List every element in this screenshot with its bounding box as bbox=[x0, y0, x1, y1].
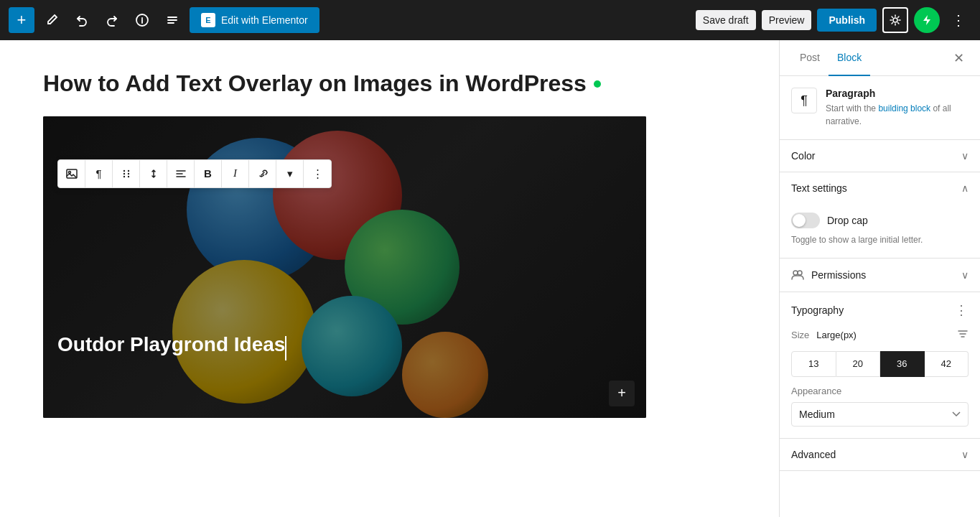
more-options-button[interactable]: ⋮ bbox=[946, 7, 971, 33]
overlay-text[interactable]: Outdor Playgrond Ideas bbox=[57, 333, 285, 355]
block-toolbar: ¶ bbox=[57, 159, 332, 188]
color-section-header[interactable]: Color ∨ bbox=[780, 140, 980, 172]
italic-button[interactable]: I bbox=[222, 160, 249, 187]
toggle-knob bbox=[793, 214, 806, 227]
color-section-label: Color bbox=[791, 150, 815, 162]
typography-options-icon[interactable]: ⋮ bbox=[955, 302, 969, 318]
redo-icon bbox=[106, 14, 118, 27]
drag-handle[interactable] bbox=[113, 160, 140, 187]
align-button[interactable] bbox=[167, 160, 195, 187]
elementor-logo: E bbox=[201, 13, 215, 27]
text-settings-content: Drop cap Toggle to show a large initial … bbox=[780, 204, 980, 258]
drop-cap-row: Drop cap bbox=[791, 213, 969, 228]
publish-button[interactable]: Publish bbox=[817, 9, 877, 32]
permissions-row: Permissions bbox=[791, 269, 866, 281]
size-label: Size bbox=[791, 330, 809, 340]
appearance-select[interactable]: Medium Default Thin Light Bold bbox=[791, 402, 969, 427]
bold-button[interactable]: B bbox=[195, 160, 222, 187]
block-name: Paragraph bbox=[826, 88, 969, 99]
text-settings-section: Text settings ∧ Drop cap Toggle to show … bbox=[780, 172, 980, 258]
toolbar-left: + bbox=[9, 7, 319, 33]
top-toolbar: + bbox=[0, 0, 980, 40]
size-options: 13 20 36 42 bbox=[780, 351, 980, 386]
advanced-header[interactable]: Advanced ∨ bbox=[780, 439, 980, 470]
svg-point-5 bbox=[127, 169, 129, 171]
redo-button[interactable] bbox=[99, 7, 125, 33]
align-icon bbox=[175, 168, 187, 180]
text-settings-header[interactable]: Text settings ∧ bbox=[780, 172, 980, 204]
undo-button[interactable] bbox=[69, 7, 95, 33]
appearance-label: Appearance bbox=[791, 386, 969, 396]
color-section: Color ∨ bbox=[780, 140, 980, 172]
drop-cap-hint: Toggle to show a large initial letter. bbox=[791, 234, 969, 246]
move-arrows[interactable] bbox=[140, 160, 167, 187]
add-block-button[interactable]: + bbox=[9, 7, 34, 33]
lightning-icon bbox=[921, 14, 933, 26]
arrows-icon bbox=[149, 169, 159, 179]
more-block-options[interactable]: ⋮ bbox=[304, 160, 331, 187]
image-type-button[interactable] bbox=[58, 160, 85, 187]
tab-post[interactable]: Post bbox=[791, 40, 829, 76]
link-button[interactable] bbox=[249, 160, 276, 187]
list-icon bbox=[166, 14, 179, 27]
tools-icon-button[interactable] bbox=[39, 7, 65, 33]
svg-point-1 bbox=[893, 18, 897, 22]
info-button[interactable] bbox=[129, 7, 155, 33]
permissions-chevron-icon: ∨ bbox=[961, 269, 969, 281]
advanced-chevron-icon: ∨ bbox=[961, 449, 969, 460]
block-info-text: Paragraph Start with the building block … bbox=[826, 88, 969, 128]
block-info: ¶ Paragraph Start with the building bloc… bbox=[780, 76, 980, 140]
size-option-42[interactable]: 42 bbox=[925, 351, 969, 377]
advanced-label: Advanced bbox=[791, 449, 836, 460]
svg-point-7 bbox=[127, 172, 129, 174]
status-dot bbox=[594, 80, 601, 88]
paragraph-button[interactable]: ¶ bbox=[85, 160, 113, 187]
typography-header[interactable]: Typography ⋮ bbox=[780, 292, 980, 328]
size-option-20[interactable]: 20 bbox=[836, 351, 881, 377]
edit-elementor-button[interactable]: E Edit with Elementor bbox=[190, 7, 319, 33]
pen-icon bbox=[45, 14, 58, 27]
editor-area: How to Add Text Overlay on Images in Wor… bbox=[0, 40, 779, 517]
performance-button[interactable] bbox=[914, 7, 940, 33]
typography-section: Typography ⋮ Size Large(px) 13 20 36 42 … bbox=[780, 292, 980, 439]
preview-label: Preview bbox=[769, 14, 805, 26]
edit-elementor-label: Edit with Elementor bbox=[221, 14, 308, 26]
advanced-section: Advanced ∨ bbox=[780, 439, 980, 471]
drag-icon bbox=[121, 169, 131, 179]
text-cursor bbox=[285, 336, 286, 360]
size-filter-icon[interactable] bbox=[957, 328, 969, 343]
dropdown-button[interactable]: ▾ bbox=[276, 160, 304, 187]
save-draft-button[interactable]: Save draft bbox=[696, 10, 756, 30]
tab-block[interactable]: Block bbox=[829, 40, 870, 76]
toolbar-right: Save draft Preview Publish ⋮ bbox=[696, 7, 971, 33]
post-title: How to Add Text Overlay on Images in Wor… bbox=[43, 69, 736, 99]
text-settings-label: Text settings bbox=[791, 182, 847, 194]
ellipsis-icon: ⋮ bbox=[951, 11, 966, 29]
plus-icon: + bbox=[17, 11, 27, 29]
typography-label: Typography bbox=[791, 304, 844, 316]
size-unit-label: Large(px) bbox=[816, 330, 857, 340]
size-option-13[interactable]: 13 bbox=[791, 351, 836, 377]
panel-tabs: Post Block ✕ bbox=[780, 40, 980, 76]
add-block-bottom-button[interactable]: + bbox=[609, 381, 635, 406]
permissions-label: Permissions bbox=[811, 269, 866, 281]
image-block[interactable]: ¶ bbox=[43, 116, 646, 418]
image-icon bbox=[66, 168, 78, 180]
list-view-button[interactable] bbox=[159, 7, 185, 33]
settings-button[interactable] bbox=[882, 7, 908, 33]
block-description: Start with the building block of all nar… bbox=[826, 102, 969, 128]
text-overlay[interactable]: Outdor Playgrond Ideas bbox=[57, 333, 632, 360]
drop-cap-toggle[interactable] bbox=[791, 213, 820, 228]
block-type-icon: ¶ bbox=[791, 88, 817, 113]
permissions-section: Permissions ∨ bbox=[780, 258, 980, 292]
drop-cap-label: Drop cap bbox=[827, 215, 868, 226]
size-option-36[interactable]: 36 bbox=[880, 351, 925, 377]
permissions-icon bbox=[791, 269, 804, 281]
svg-point-11 bbox=[798, 271, 802, 275]
permissions-header[interactable]: Permissions ∨ bbox=[780, 258, 980, 292]
preview-button[interactable]: Preview bbox=[762, 10, 812, 30]
save-draft-label: Save draft bbox=[703, 14, 749, 26]
close-panel-button[interactable]: ✕ bbox=[948, 48, 969, 68]
info-icon bbox=[136, 14, 149, 27]
close-icon: ✕ bbox=[953, 50, 964, 66]
